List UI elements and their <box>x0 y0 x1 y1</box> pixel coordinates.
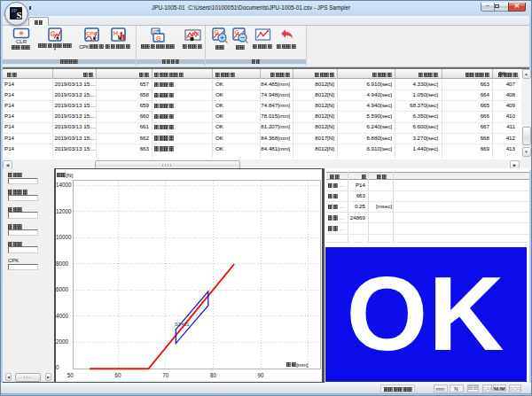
svg-text:H: H <box>113 29 118 37</box>
svg-text:6000: 6000 <box>56 286 69 292</box>
svg-text:12000: 12000 <box>56 208 72 214</box>
svg-text:G: G <box>156 35 161 43</box>
svg-text:2000: 2000 <box>56 338 69 345</box>
svg-text:14000: 14000 <box>56 182 72 188</box>
svg-text:S1=J1: S1=J1 <box>175 322 190 327</box>
svg-text:50: 50 <box>67 372 74 378</box>
svg-text:0: 0 <box>56 364 59 370</box>
svg-text:70: 70 <box>162 372 169 378</box>
svg-text:4000: 4000 <box>56 313 69 319</box>
svg-text:80: 80 <box>210 372 217 378</box>
svg-text:90: 90 <box>258 372 265 378</box>
svg-text:8000: 8000 <box>56 260 69 267</box>
svg-text:60: 60 <box>114 372 121 378</box>
svg-text:10000: 10000 <box>56 234 72 240</box>
